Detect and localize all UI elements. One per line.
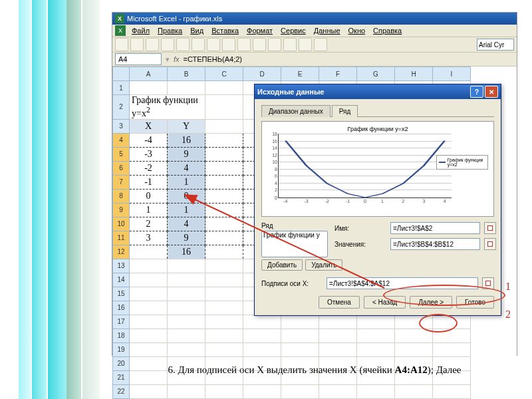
annotation-number-1: 1 [505, 281, 511, 293]
menu-window[interactable]: Окно [345, 25, 369, 36]
xlabels-label: Подписи оси X: [261, 280, 323, 287]
chart-line [279, 134, 452, 198]
source-data-dialog: Исходные данные ? ✕ Диапазон данных Ряд … [254, 84, 501, 316]
print-icon[interactable] [161, 38, 174, 51]
dialog-buttons: Отмена < Назад Далее > Готово [261, 296, 494, 309]
cancel-button[interactable]: Отмена [319, 296, 360, 309]
save-icon[interactable] [146, 38, 159, 51]
sort-desc-icon[interactable] [299, 38, 312, 51]
dialog-titlebar[interactable]: Исходные данные ? ✕ [255, 84, 501, 99]
sort-asc-icon[interactable] [283, 38, 297, 51]
dialog-title: Исходные данные [257, 88, 324, 96]
tab-series[interactable]: Ряд [332, 105, 358, 117]
new-icon[interactable] [115, 38, 128, 51]
tab-range[interactable]: Диапазон данных [261, 105, 331, 117]
undo-icon[interactable] [253, 38, 266, 51]
values-input[interactable] [390, 238, 480, 250]
menu-view[interactable]: Вид [187, 25, 207, 36]
xlabels-input[interactable] [327, 277, 478, 289]
series-listbox[interactable]: График функции y [261, 231, 328, 257]
name-label: Имя: [334, 225, 386, 232]
close-icon[interactable]: ✕ [485, 86, 498, 98]
font-select[interactable] [477, 39, 514, 51]
menu-insert[interactable]: Вставка [208, 25, 242, 36]
spell-icon[interactable] [192, 38, 205, 51]
paste-icon[interactable] [237, 38, 251, 51]
back-button[interactable]: < Назад [364, 296, 406, 309]
chart-legend: График функции y=x2 [436, 155, 488, 170]
dialog-tabs: Диапазон данных Ряд [261, 104, 494, 117]
help-icon[interactable]: ? [470, 86, 483, 98]
next-button[interactable]: Далее > [410, 296, 452, 309]
excel-logo-icon: X [115, 25, 126, 36]
name-input[interactable] [390, 222, 480, 234]
standard-toolbar [112, 37, 517, 53]
menu-format[interactable]: Формат [243, 25, 276, 36]
menu-bar[interactable]: X Файл Правка Вид Вставка Формат Сервис … [112, 25, 517, 37]
chart-icon[interactable] [314, 38, 327, 51]
redo-icon[interactable] [268, 38, 281, 51]
ref-select-icon[interactable] [482, 277, 494, 289]
fx-icon[interactable]: fx [174, 55, 180, 63]
menu-help[interactable]: Справка [370, 25, 405, 36]
window-titlebar: X Microsoft Excel - графики.xls [112, 13, 517, 25]
series-label: Ряд [261, 222, 328, 229]
chart-preview: График функции y=x2 181614121086420 -4-3… [261, 121, 494, 217]
preview-icon[interactable] [176, 38, 190, 51]
menu-data[interactable]: Данные [311, 25, 344, 36]
decorative-stripes [0, 0, 113, 399]
open-icon[interactable] [130, 38, 144, 51]
menu-edit[interactable]: Правка [154, 25, 186, 36]
name-box[interactable]: A4 [115, 53, 162, 65]
cut-icon[interactable] [207, 38, 220, 51]
excel-icon: X [115, 14, 124, 23]
menu-file[interactable]: Файл [128, 25, 153, 36]
instruction-caption: 6. Для подписей оси Х выделить значения … [113, 364, 516, 376]
values-label: Значения: [334, 241, 386, 248]
copy-icon[interactable] [222, 38, 235, 51]
chart-axes: 181614121086420 -4-3-2-101234 [278, 134, 452, 198]
menu-tools[interactable]: Сервис [277, 25, 309, 36]
ref-select-icon[interactable] [484, 222, 496, 234]
formula-text[interactable]: =СТЕПЕНЬ(A4;2) [184, 55, 242, 63]
window-title: Microsoft Excel - графики.xls [127, 15, 222, 23]
formula-bar: A4 ▾ fx =СТЕПЕНЬ(A4;2) [112, 53, 517, 66]
annotation-number-2: 2 [505, 309, 511, 321]
add-series-button[interactable]: Добавить [261, 259, 303, 271]
chart-title: График функции y=x2 [266, 126, 489, 132]
ref-select-icon[interactable] [484, 238, 496, 250]
finish-button[interactable]: Готово [456, 296, 494, 309]
